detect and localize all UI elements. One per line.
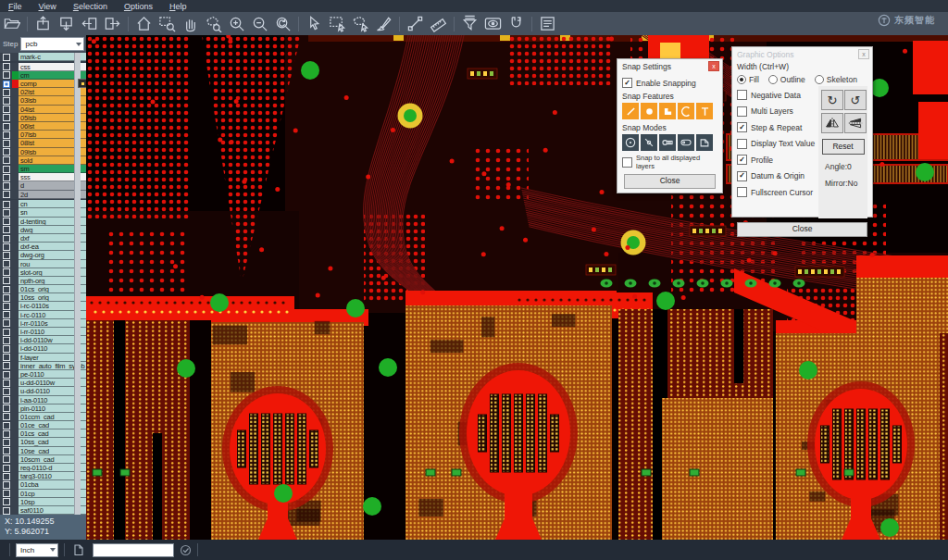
mirror-horizontal-button[interactable] [821, 113, 843, 133]
layer-visibility-checkbox[interactable] [0, 53, 12, 61]
graphic-dialog-titlebar[interactable]: Graphic Options x [732, 47, 872, 60]
snap-mode-center-button[interactable] [622, 134, 639, 151]
window-select-icon[interactable] [326, 14, 349, 34]
layer-visibility-checkbox[interactable] [0, 63, 12, 71]
layer-visibility-checkbox[interactable] [0, 277, 12, 285]
layer-visibility-checkbox[interactable] [0, 311, 12, 319]
layer-visibility-checkbox[interactable] [0, 131, 12, 139]
layer-visibility-checkbox[interactable] [0, 370, 12, 379]
graphic-close-button[interactable]: Close [737, 222, 867, 237]
open-folder-icon[interactable] [0, 14, 23, 34]
zoom-previous-icon[interactable] [271, 14, 294, 34]
menu-item-file[interactable]: File [0, 2, 31, 11]
width-radio-outline[interactable]: Outline [768, 75, 805, 84]
layer-visibility-checkbox[interactable] [0, 293, 12, 302]
home-icon[interactable] [132, 14, 156, 34]
layer-visibility-checkbox[interactable] [0, 234, 12, 243]
layer-visibility-checkbox[interactable] [0, 362, 12, 370]
unit-select[interactable]: Inch [16, 543, 58, 557]
layer-visibility-checkbox[interactable] [0, 387, 12, 395]
graphic-checkbox[interactable]: ✓ [737, 171, 747, 181]
filter-icon[interactable] [458, 14, 481, 34]
pan-icon[interactable] [179, 14, 202, 34]
rotate-cw-button[interactable]: ↻ [821, 90, 843, 110]
menu-item-view[interactable]: View [31, 2, 65, 11]
layer-visibility-checkbox[interactable] [0, 404, 12, 413]
layer-visibility-checkbox[interactable] [0, 260, 12, 268]
layer-visibility-checkbox[interactable] [0, 506, 12, 515]
layer-visibility-checkbox[interactable] [0, 413, 12, 421]
apply-icon[interactable] [180, 544, 192, 556]
export-icon[interactable] [101, 14, 124, 34]
layer-visibility-checkbox[interactable] [0, 122, 12, 131]
snap-mode-key-button[interactable] [659, 134, 676, 151]
layer-visibility-checkbox[interactable] [0, 88, 12, 96]
graphic-checkbox[interactable] [737, 106, 747, 117]
layer-visibility-checkbox[interactable] [0, 181, 12, 190]
layer-visibility-checkbox[interactable] [0, 429, 12, 438]
line-icon[interactable] [404, 14, 427, 34]
enable-snapping-checkbox[interactable]: ✓ [622, 78, 632, 88]
layer-visibility-checkbox[interactable] [0, 208, 12, 217]
layer-visibility-checkbox[interactable] [0, 302, 12, 310]
layer-visibility-checkbox[interactable] [0, 285, 12, 293]
layer-visibility-checkbox[interactable] [0, 268, 12, 277]
layer-visibility-checkbox[interactable] [0, 96, 12, 105]
graphic-checkbox[interactable] [737, 139, 747, 149]
layer-visibility-checkbox[interactable] [0, 200, 12, 208]
layer-visibility-checkbox[interactable] [0, 344, 12, 353]
polygon-select-icon[interactable] [349, 14, 372, 34]
graphic-checkbox[interactable]: ✓ [737, 155, 747, 165]
layer-visibility-checkbox[interactable] [0, 498, 12, 506]
snap-feature-arc-button[interactable] [678, 103, 694, 119]
layer-visibility-checkbox[interactable] [0, 71, 12, 80]
snap-feature-surface-button[interactable] [659, 103, 676, 119]
snap-mode-contour-button[interactable] [696, 134, 713, 151]
layer-visibility-checkbox[interactable] [0, 396, 12, 404]
snap-dialog-titlebar[interactable]: Snap Settings x [617, 59, 722, 72]
graphic-checkbox[interactable] [737, 90, 747, 100]
measure-icon[interactable] [427, 14, 450, 34]
step-select[interactable]: pcb [20, 37, 84, 51]
width-radio-skeleton[interactable]: Skeleton [815, 75, 857, 84]
layer-visibility-checkbox[interactable] [0, 173, 12, 181]
menu-item-selection[interactable]: Selection [65, 2, 116, 11]
snap-mode-point-button[interactable] [641, 134, 657, 151]
layer-visibility-checkbox[interactable] [0, 464, 12, 472]
layer-visibility-checkbox[interactable] [0, 139, 12, 147]
zoom-out-icon[interactable] [248, 14, 271, 34]
zoom-in-icon[interactable] [225, 14, 248, 34]
snap-icon[interactable] [505, 14, 528, 34]
layer-visibility-checkbox[interactable] [0, 447, 12, 455]
brush-icon[interactable] [372, 14, 395, 34]
reset-button[interactable]: Reset [822, 139, 865, 155]
layer-visibility-checkbox[interactable] [0, 455, 12, 464]
layer-visibility-checkbox[interactable] [0, 354, 12, 362]
layer-visibility-checkbox[interactable] [0, 114, 12, 122]
menu-item-options[interactable]: Options [116, 2, 161, 11]
import-icon[interactable] [78, 14, 101, 34]
menu-item-help[interactable]: Help [161, 2, 195, 11]
layer-visibility-checkbox[interactable] [0, 191, 12, 199]
layer-visibility-checkbox[interactable] [0, 218, 12, 226]
layer-visibility-checkbox[interactable] [0, 438, 12, 446]
layer-visibility-checkbox[interactable] [0, 336, 12, 344]
download-icon[interactable] [55, 14, 78, 34]
layer-visibility-checkbox[interactable] [0, 480, 12, 489]
layer-list-scrollbar[interactable] [74, 53, 81, 515]
rotate-ccw-button[interactable]: ↺ [844, 90, 867, 110]
zoom-area-icon[interactable] [202, 14, 225, 34]
layer-visibility-checkbox[interactable] [0, 148, 12, 156]
layer-visibility-checkbox[interactable] [0, 319, 12, 328]
layer-visibility-checkbox[interactable] [0, 490, 12, 498]
select-icon[interactable] [303, 14, 326, 34]
layer-visibility-checkbox[interactable] [0, 106, 12, 114]
layer-visibility-checkbox[interactable] [0, 328, 12, 336]
layer-visibility-checkbox[interactable] [0, 226, 12, 234]
snap-feature-text-button[interactable] [696, 103, 713, 119]
graphic-checkbox[interactable]: ✓ [737, 122, 747, 132]
upload-icon[interactable] [31, 14, 55, 34]
new-file-icon[interactable] [72, 543, 85, 556]
layer-visibility-checkbox[interactable] [0, 379, 12, 387]
width-radio-fill[interactable]: Fill [737, 75, 759, 84]
